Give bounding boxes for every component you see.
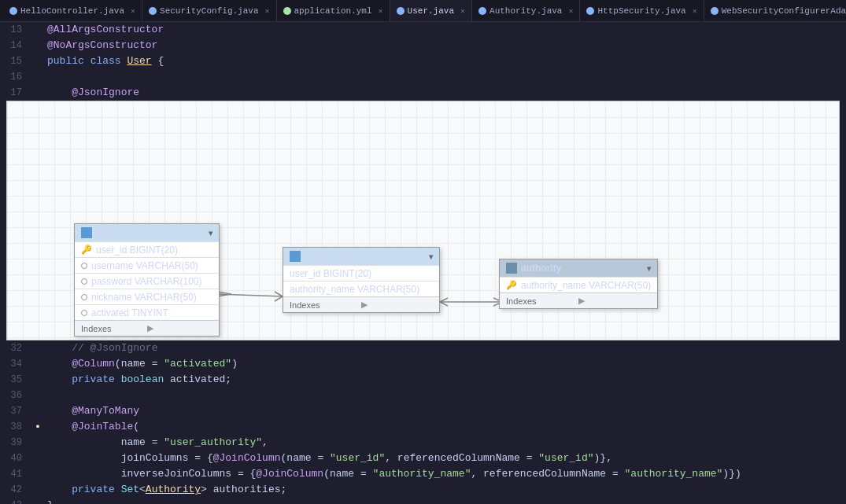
field-user-id: user_id BIGINT(20) [96, 245, 178, 256]
indexes-user-authority[interactable]: Indexes ▶ [283, 296, 439, 312]
code-line-41: 41 inverseJoinColumns = {@JoinColumn(nam… [0, 466, 846, 482]
svg-line-4 [275, 296, 283, 301]
indexes-arrow-user: ▶ [147, 323, 213, 333]
tab-http-security[interactable]: HttpSecurity.java ✕ [580, 0, 704, 21]
table-name-authority: authority [521, 263, 643, 274]
circle-icon-activated [81, 310, 87, 316]
tab-label: User.java [408, 6, 454, 16]
db-table-user-authority: user_authority ▾ user_id BIGINT(20) auth… [283, 247, 440, 313]
user-row-password: password VARCHAR(100) [75, 273, 219, 289]
svg-line-0 [217, 294, 283, 296]
tab-label: application.yml [294, 6, 372, 16]
indexes-authority[interactable]: Indexes ▶ [500, 292, 657, 308]
code-line-17: 17 @JsonIgnore [0, 85, 846, 101]
java-icon-3 [397, 7, 405, 15]
code-line-16: 16 [0, 69, 846, 85]
java-icon-2 [149, 7, 157, 15]
code-line-36: 36 [0, 388, 846, 403]
code-line-14: 14 @NoArgsConstructor [0, 38, 846, 53]
table-header-user: user ▾ [75, 224, 219, 241]
field-nickname: nickname VARCHAR(50) [91, 292, 197, 303]
user-row-user-id: 🔑 user_id BIGINT(20) [75, 241, 219, 257]
user-row-nickname: nickname VARCHAR(50) [75, 289, 219, 304]
field-ua-authority-name: authority_name VARCHAR(50) [290, 284, 419, 295]
user-row-username: username VARCHAR(50) [75, 257, 219, 273]
tab-application-yml[interactable]: application.yml ✕ [277, 0, 390, 21]
svg-line-7 [440, 302, 448, 306]
circle-icon-nickname [81, 294, 87, 300]
key-icon-user-id: 🔑 [81, 245, 92, 255]
ua-row-authority-name: authority_name VARCHAR(50) [283, 281, 439, 296]
db-table-user: user ▾ 🔑 user_id BIGINT(20) username VAR… [74, 223, 220, 337]
field-username: username VARCHAR(50) [91, 260, 198, 271]
java-icon-4 [478, 7, 486, 15]
expand-icon-authority[interactable]: ▾ [647, 264, 651, 273]
code-bottom: 32 // @JsonIgnore 34 @Column(name = "act… [0, 340, 846, 504]
java-icon-5 [586, 7, 594, 15]
indexes-label-user: Indexes [81, 324, 147, 333]
indexes-user[interactable]: Indexes ▶ [75, 320, 219, 336]
table-icon-authority [506, 263, 517, 274]
table-header-user-authority: user_authority ▾ [283, 248, 439, 265]
tab-close-1[interactable]: ✕ [131, 6, 135, 16]
tab-label: Authority.java [489, 6, 562, 16]
indexes-arrow-ua: ▶ [361, 300, 433, 310]
circle-icon-password [81, 278, 87, 285]
code-top: 13 @AllArgsConstructor 14 @NoArgsConstru… [0, 22, 846, 112]
tab-close-6[interactable]: ✕ [693, 6, 697, 16]
expand-icon-user-authority[interactable]: ▾ [429, 252, 433, 261]
yml-icon [283, 7, 291, 15]
code-line-32: 32 // @JsonIgnore [0, 340, 846, 356]
tab-label: WebSecurityConfigurerAdapter.java [722, 6, 846, 16]
table-name-user: user [96, 227, 205, 238]
table-header-authority: authority ▾ [500, 259, 657, 277]
table-icon-user-authority [290, 251, 301, 262]
field-ua-user-id: user_id BIGINT(20) [290, 268, 371, 279]
tab-user-java[interactable]: User.java ✕ [390, 0, 472, 21]
tab-label: HelloController.java [20, 6, 124, 16]
key-icon-authority-name: 🔑 [506, 280, 517, 290]
tab-close-5[interactable]: ✕ [568, 6, 573, 16]
diagram-canvas: user ▾ 🔑 user_id BIGINT(20) username VAR… [7, 101, 839, 340]
field-password: password VARCHAR(100) [91, 276, 202, 287]
code-line-40: 40 joinColumns = {@JoinColumn(name = "us… [0, 451, 846, 466]
user-row-activated: activated TINYINT [75, 304, 219, 320]
tab-web-security-configurer[interactable]: WebSecurityConfigurerAdapter.java ✕ [704, 0, 846, 21]
code-line-39: 39 name = "user_authority", [0, 435, 846, 451]
tab-label: HttpSecurity.java [597, 6, 685, 16]
code-line-37: 37 @ManyToMany [0, 403, 846, 419]
ua-row-user-id: user_id BIGINT(20) [283, 265, 439, 281]
code-line-13: 13 @AllArgsConstructor [0, 22, 846, 38]
main-content: 13 @AllArgsConstructor 14 @NoArgsConstru… [0, 22, 846, 504]
java-icon-6 [711, 7, 719, 15]
tab-authority-java[interactable]: Authority.java ✕ [472, 0, 580, 21]
field-authority-name: authority_name VARCHAR(50) [521, 280, 651, 291]
java-icon-1 [9, 7, 17, 15]
table-name-user-authority: user_authority [305, 251, 425, 262]
indexes-label-authority: Indexes [506, 296, 578, 306]
code-line-34: 34 @Column(name = "activated") [0, 356, 846, 372]
tab-close-2[interactable]: ✕ [264, 6, 269, 16]
code-line-38: 38 ● @JoinTable( [0, 419, 846, 435]
code-line-15: 15 public class User { [0, 53, 846, 69]
tab-security-config[interactable]: SecurityConfig.java ✕ [142, 0, 276, 21]
tab-label: SecurityConfig.java [160, 6, 258, 16]
code-line-35: 35 private boolean activated; [0, 372, 846, 388]
indexes-label-ua: Indexes [290, 300, 361, 310]
tab-hello-controller[interactable]: HelloController.java ✕ [3, 0, 142, 21]
expand-icon-user[interactable]: ▾ [209, 229, 212, 237]
code-line-43: 43 } [0, 498, 846, 504]
circle-icon-username [81, 263, 87, 269]
svg-line-6 [440, 298, 448, 302]
tab-close-4[interactable]: ✕ [460, 6, 465, 16]
code-line-42: 42 private Set<Authority> authorities; [0, 482, 846, 498]
db-diagram-popup: user ▾ 🔑 user_id BIGINT(20) username VAR… [6, 101, 840, 340]
tab-close-3[interactable]: ✕ [379, 6, 383, 16]
auth-row-authority-name: 🔑 authority_name VARCHAR(50) [500, 277, 657, 292]
db-table-authority: authority ▾ 🔑 authority_name VARCHAR(50)… [499, 259, 658, 309]
table-icon-user [81, 227, 92, 238]
tabs-bar: HelloController.java ✕ SecurityConfig.ja… [0, 0, 846, 22]
svg-line-3 [275, 292, 283, 296]
indexes-arrow-authority: ▶ [578, 296, 651, 306]
field-activated: activated TINYINT [91, 307, 168, 318]
